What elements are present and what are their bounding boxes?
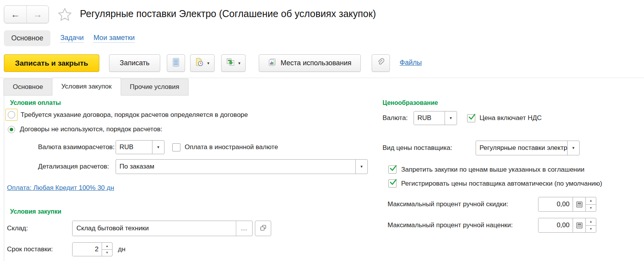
pricing-currency-combo[interactable]: ▼: [414, 111, 457, 125]
max-discount-field: ▲ ▼: [538, 197, 596, 212]
dropdown-arrow-icon[interactable]: ▼: [567, 141, 579, 155]
calculator-button[interactable]: [573, 218, 585, 232]
no-contract-label: Договоры не используются, порядок расчет…: [20, 125, 162, 133]
forward-arrow-icon: →: [33, 9, 42, 20]
pricing-title: Ценообразование: [383, 99, 602, 106]
settlement-currency-combo[interactable]: ▼: [116, 140, 164, 154]
warehouse-open-button[interactable]: [255, 221, 271, 236]
settlement-currency-row: Валюта взаиморасчетов: ▼ Оплата в иностр…: [38, 140, 368, 154]
list-icon: [173, 58, 179, 69]
pricing-column: Ценообразование Валюта: ▼ Цена включает …: [383, 99, 602, 233]
copy-link-button[interactable]: ▼: [221, 54, 246, 72]
warehouse-field: ...: [72, 221, 253, 236]
spin-up-icon[interactable]: ▲: [586, 218, 596, 225]
tab-purchase-terms[interactable]: Условия закупок: [52, 78, 121, 96]
create-on-basis-button[interactable]: ▼: [190, 54, 215, 72]
forbid-purchases-label: Запретить закупки по ценам выше указанны…: [401, 166, 584, 174]
settlement-detail-row: Детализация расчетов: По заказам ▼: [38, 159, 368, 174]
payment-terms-title: Условия оплаты: [10, 99, 368, 106]
delivery-time-unit: дн: [118, 245, 125, 253]
payment-terms-link[interactable]: Оплата: Любая Кредит 100% 30 дн: [7, 184, 114, 192]
supplier-price-type-row: Вид цены поставщика: Регулярные поставки…: [383, 141, 602, 155]
pricing-currency-input[interactable]: [414, 111, 445, 125]
usage-places-label: Места использования: [280, 59, 351, 67]
save-and-close-button[interactable]: Записать и закрыть: [4, 54, 99, 72]
usage-report-icon: [268, 58, 277, 68]
favorite-star-icon[interactable]: [57, 7, 72, 23]
register-records-button[interactable]: [167, 54, 185, 72]
foreign-currency-checkbox[interactable]: [172, 143, 180, 151]
max-markup-input[interactable]: [538, 218, 573, 232]
contract-required-label: Требуется указание договора, порядок рас…: [21, 111, 248, 119]
max-markup-row: Максимальный процент ручной наценки: ▲: [388, 218, 602, 233]
settlement-detail-label: Детализация расчетов:: [38, 163, 116, 171]
history-nav-group: ← →: [4, 5, 49, 23]
copy-arrow-icon: [226, 57, 235, 69]
pricing-currency-row: Валюта: ▼ Цена включает НДС: [383, 111, 602, 125]
settlement-currency-label: Валюта взаиморасчетов:: [38, 143, 116, 151]
settlement-detail-combo[interactable]: По заказам ▼: [116, 159, 368, 174]
warehouse-row: Склад: ...: [7, 221, 368, 236]
tab-other-terms[interactable]: Прочие условия: [121, 78, 189, 96]
nav-item-tasks[interactable]: Задачи: [60, 34, 83, 43]
delivery-time-row: Срок поставки: ▲ ▼ дн: [7, 242, 368, 256]
form-tabs: Основное Условия закупок Прочие условия: [0, 78, 644, 96]
purchase-agreement-window: ← → Регулярные поставки Электро (Соглаше…: [0, 0, 644, 261]
forbid-purchases-checkbox[interactable]: [388, 165, 396, 174]
payment-terms-column: Условия оплаты Требуется указание догово…: [10, 99, 368, 256]
max-markup-stepper: ▲ ▼: [585, 218, 596, 232]
pricing-currency-label: Валюта:: [383, 114, 414, 122]
delivery-time-label: Срок поставки:: [7, 245, 72, 253]
max-discount-input[interactable]: [538, 197, 573, 211]
attachments-button[interactable]: [372, 54, 390, 72]
nav-item-notes[interactable]: Мои заметки: [93, 34, 135, 43]
max-discount-row: Максимальный процент ручной скидки: ▲: [388, 197, 602, 212]
chevron-down-icon: ▼: [207, 61, 210, 65]
dropdown-arrow-icon[interactable]: ▼: [355, 160, 367, 174]
no-contract-radio[interactable]: [8, 126, 15, 133]
warehouse-choose-button[interactable]: ...: [236, 221, 252, 236]
nav-links-row: Основное Задачи Мои заметки: [4, 30, 135, 46]
radio-focus-frame: [5, 109, 17, 121]
spin-down-icon[interactable]: ▼: [586, 225, 596, 233]
max-markup-label: Максимальный процент ручной наценки:: [388, 221, 538, 229]
save-button[interactable]: Записать: [109, 54, 160, 72]
register-prices-row: Регистрировать цены поставщика автоматич…: [388, 179, 602, 188]
open-in-new-icon: [260, 224, 267, 233]
warehouse-input[interactable]: [73, 221, 236, 236]
spin-down-icon[interactable]: ▼: [102, 249, 112, 256]
warehouse-label: Склад:: [7, 224, 72, 232]
vat-included-checkbox[interactable]: [467, 114, 475, 122]
dropdown-arrow-icon[interactable]: ▼: [445, 111, 457, 125]
delivery-time-input[interactable]: [73, 243, 102, 256]
purchase-terms-title: Условия закупки: [10, 208, 368, 215]
delivery-time-field: ▲ ▼: [72, 242, 113, 256]
document-clock-icon: [195, 57, 204, 69]
tab-main[interactable]: Основное: [3, 78, 52, 96]
dropdown-arrow-icon[interactable]: ▼: [152, 141, 164, 154]
radio-row-no-contract: Договоры не используются, порядок расчет…: [8, 125, 368, 133]
back-arrow-icon: ←: [11, 9, 20, 20]
foreign-currency-label: Оплата в иностранной валюте: [185, 143, 278, 151]
page-title: Регулярные поставки Электро (Соглашение …: [80, 8, 376, 19]
register-prices-checkbox[interactable]: [388, 179, 396, 188]
settlement-currency-input[interactable]: [116, 141, 152, 154]
back-button[interactable]: ←: [4, 6, 26, 23]
usage-places-button[interactable]: Места использования: [259, 54, 361, 72]
spin-up-icon[interactable]: ▲: [102, 243, 112, 249]
spin-up-icon[interactable]: ▲: [586, 197, 596, 204]
forward-button[interactable]: →: [26, 6, 48, 23]
paperclip-icon: [377, 58, 385, 68]
calculator-button[interactable]: [573, 197, 585, 211]
spin-down-icon[interactable]: ▼: [586, 204, 596, 212]
register-prices-label: Регистрировать цены поставщика автоматич…: [401, 180, 602, 188]
files-link[interactable]: Файлы: [400, 59, 422, 67]
delivery-time-stepper: ▲ ▼: [102, 243, 112, 256]
contract-required-radio[interactable]: [8, 111, 15, 118]
vat-included-label: Цена включает НДС: [480, 114, 542, 122]
max-markup-field: ▲ ▼: [538, 218, 596, 233]
supplier-price-type-label: Вид цены поставщика:: [383, 144, 476, 152]
supplier-price-type-combo[interactable]: Регулярные поставки электрото ▼: [476, 141, 580, 155]
chevron-down-icon: ▼: [238, 61, 241, 65]
nav-item-main[interactable]: Основное: [4, 30, 50, 46]
